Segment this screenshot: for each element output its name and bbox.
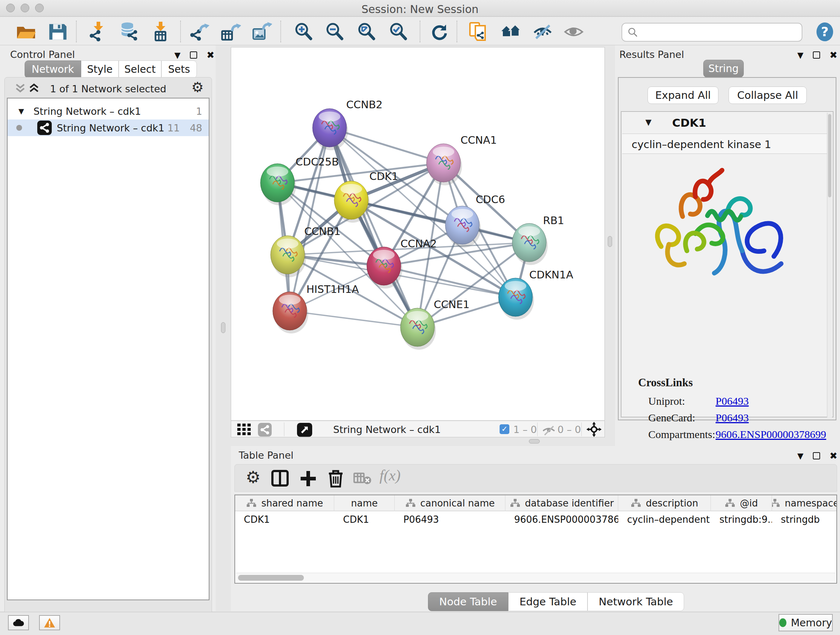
close-panel-icon[interactable]: ✖	[829, 50, 837, 60]
tab-network[interactable]: Network	[25, 60, 81, 78]
node-label-CCNA2: CCNA2	[401, 238, 437, 250]
clone-network-icon[interactable]	[468, 22, 488, 42]
column-header-canonical-name[interactable]: canonical name	[395, 495, 505, 511]
show-all-icon[interactable]	[564, 22, 584, 42]
panel-menu-icon[interactable]: ▼	[797, 451, 804, 461]
show-columns-icon[interactable]	[271, 469, 289, 488]
edge-HIST1H1A-CCNE1[interactable]	[290, 311, 417, 327]
node-label-CDKN1A: CDKN1A	[529, 269, 573, 281]
node-CCNA2[interactable]	[367, 247, 402, 288]
tab-string[interactable]: String	[703, 60, 744, 78]
tab-select[interactable]: Select	[118, 60, 161, 78]
toolbar-separator	[456, 21, 457, 42]
network-canvas[interactable]: CCNB2CCNA1CDC25BCDK1CDC6RB1CCNB1CCNA2CDK…	[231, 48, 605, 420]
node-CDK1[interactable]	[334, 181, 370, 223]
column-header-database-identifier[interactable]: database identifier	[505, 495, 618, 511]
table-horizontal-scrollbar[interactable]	[236, 573, 836, 582]
cloud-button[interactable]	[8, 615, 29, 630]
network-share-icon[interactable]	[258, 423, 272, 437]
network-options-gear-icon[interactable]: ⚙	[191, 80, 204, 94]
float-panel-icon[interactable]	[813, 51, 820, 59]
network-collection-panel: 1 of 1 Network selected ⚙ ▼ String Netwo…	[4, 77, 212, 617]
column-header-description[interactable]: description	[618, 495, 711, 511]
collection-expand-icon[interactable]: ▼	[19, 107, 24, 116]
expand-all-button[interactable]: Expand All	[647, 87, 718, 104]
table-options-gear-icon[interactable]: ⚙	[246, 469, 261, 486]
zoom-in-icon[interactable]	[294, 22, 314, 42]
left-splitter-handle[interactable]	[221, 322, 225, 333]
scrollbar-thumb[interactable]	[238, 575, 304, 581]
memory-button[interactable]: Memory	[778, 614, 833, 631]
network-row[interactable]: String Network – cdk1 11 48	[8, 119, 209, 136]
first-neighbors-icon[interactable]	[501, 22, 521, 42]
node-CDKN1A[interactable]	[499, 278, 534, 320]
column-header-namespace[interactable]: namespace	[772, 495, 836, 511]
zoom-selected-icon[interactable]	[388, 22, 409, 42]
hide-selected-icon[interactable]	[532, 22, 553, 42]
zoom-out-icon[interactable]	[325, 22, 345, 42]
node-CCNE1[interactable]	[401, 308, 436, 350]
fit-selected-crosshair-icon[interactable]	[586, 422, 602, 437]
section-collapse-icon[interactable]: ▼	[645, 118, 652, 127]
cell-name[interactable]: CDK1	[334, 511, 395, 527]
close-panel-icon[interactable]: ✖	[207, 50, 215, 60]
warnings-button[interactable]	[39, 615, 60, 630]
node-HIST1H1A[interactable]	[273, 292, 308, 333]
node-CCNA1[interactable]	[426, 144, 462, 185]
import-network-from-database-icon[interactable]	[118, 22, 139, 42]
import-network-icon[interactable]	[88, 22, 109, 42]
network-collection-row[interactable]: ▼ String Network – cdk1 1	[8, 103, 209, 119]
tab-style[interactable]: Style	[81, 60, 118, 78]
float-panel-icon[interactable]	[813, 452, 820, 459]
birdseye-toggle-icon[interactable]	[297, 423, 312, 437]
network-view[interactable]: CCNB2CCNA1CDC25BCDK1CDC6RB1CCNB1CCNA2CDK…	[231, 47, 605, 421]
delete-column-icon[interactable]	[327, 469, 345, 488]
right-splitter-handle[interactable]	[608, 236, 612, 247]
show-grid-icon[interactable]	[237, 423, 251, 436]
close-panel-icon[interactable]: ✖	[829, 450, 837, 461]
float-panel-icon[interactable]	[190, 51, 197, 59]
results-scrollbar[interactable]	[827, 112, 832, 417]
cell-description[interactable]: cyclin–dependent ...	[618, 511, 711, 527]
column-label: database identifier	[525, 498, 614, 509]
save-session-icon[interactable]	[48, 22, 68, 42]
cell-id[interactable]: stringdb:9...	[711, 511, 772, 527]
tab-network-table[interactable]: Network Table	[587, 592, 684, 611]
network-view-footer: String Network – cdk1 ✓ 1 – 0 0 – 0	[231, 421, 605, 437]
refresh-icon[interactable]	[429, 22, 449, 42]
tab-edge-table[interactable]: Edge Table	[508, 592, 587, 611]
edge-CCNB2-CCNE1[interactable]	[330, 128, 417, 327]
open-session-icon[interactable]	[16, 22, 36, 42]
cell-canonical-name[interactable]: P06493	[395, 511, 505, 527]
uniprot-link[interactable]: P06493	[715, 395, 749, 407]
cell-namespace[interactable]: stringdb	[772, 511, 836, 527]
search-input[interactable]	[642, 24, 802, 40]
column-header-id[interactable]: @id	[711, 495, 772, 511]
node-label-CDK1: CDK1	[369, 170, 398, 182]
node-RB1[interactable]	[512, 223, 548, 265]
zoom-fit-icon[interactable]	[357, 22, 377, 42]
genecard-link[interactable]: P06493	[715, 412, 749, 424]
selected-checkbox[interactable]: ✓	[500, 424, 509, 434]
column-header-shared-name[interactable]: shared name	[235, 495, 334, 511]
node-CCNB2[interactable]	[313, 109, 348, 150]
import-table-icon[interactable]	[150, 22, 171, 42]
export-network-icon[interactable]	[189, 22, 210, 42]
export-image-icon[interactable]	[252, 22, 272, 42]
table-row[interactable]: CDK1 CDK1 P06493 9606.ENSP00000378699 cy…	[235, 511, 836, 527]
panel-menu-icon[interactable]: ▼	[797, 51, 804, 60]
node-CDC6[interactable]	[445, 206, 481, 248]
hidden-eye-icon[interactable]	[542, 424, 556, 435]
bottom-splitter-handle[interactable]	[529, 439, 540, 443]
add-column-icon[interactable]	[299, 469, 317, 488]
cell-shared-name[interactable]: CDK1	[235, 511, 334, 527]
help-icon[interactable]: ?	[815, 22, 835, 42]
cell-database-identifier[interactable]: 9606.ENSP00000378699	[505, 511, 618, 527]
compartments-link[interactable]: 9606.ENSP00000378699	[715, 428, 826, 440]
tab-node-table[interactable]: Node Table	[428, 592, 508, 611]
panel-menu-icon[interactable]: ▼	[174, 51, 180, 60]
collapse-all-button[interactable]: Collapse All	[729, 87, 807, 104]
tab-sets[interactable]: Sets	[161, 60, 197, 78]
export-table-icon[interactable]	[221, 22, 241, 42]
column-header-name[interactable]: name	[334, 495, 395, 511]
